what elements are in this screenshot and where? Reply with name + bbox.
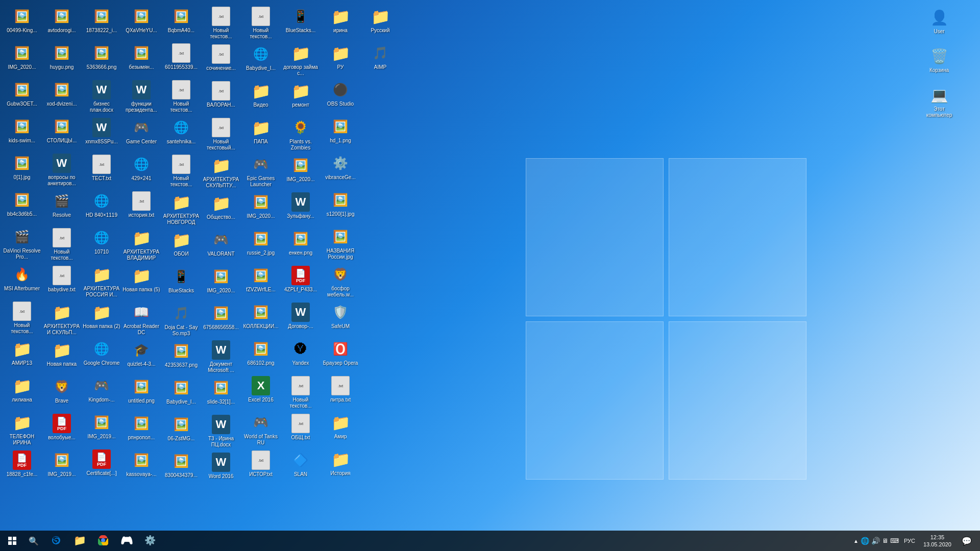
desktop-icon-6011955339[interactable]: .txt6011955339... <box>161 41 201 78</box>
desktop-icon-arhitektura-vladimir[interactable]: 📁АРХИТЕКТУРА ВЛАДИМИР <box>121 226 161 263</box>
desktop-icon-babydive-txt[interactable]: .txtbabydive.txt <box>42 263 82 300</box>
notification-center-button[interactable]: 💬 <box>958 531 976 551</box>
taskbar-edge-icon[interactable] <box>45 531 67 550</box>
desktop-icon-video[interactable]: 📁Видео <box>241 79 281 115</box>
desktop-icon-msi-afterburner[interactable]: 🔥MSI Afterburner <box>2 262 42 299</box>
desktop-icon-obschestvo[interactable]: 📁Общество... <box>201 191 241 228</box>
desktop-icon-santehnika[interactable]: 🌐santehnika... <box>161 115 201 152</box>
desktop-icon-xod-dvizeni[interactable]: 🖼️xod-dvizeni... <box>42 78 82 114</box>
desktop-icon-aimp[interactable]: 🎵AIMP <box>360 41 400 78</box>
system-clock[interactable]: 12:35 13.05.2020 <box>920 534 954 548</box>
desktop-icon-oboi[interactable]: 📁ОБОИ <box>161 228 201 264</box>
desktop-icon-babydive-img[interactable]: 🖼️Babydive_I... <box>161 375 201 412</box>
taskbar-chrome-icon[interactable] <box>92 531 114 550</box>
search-button[interactable]: 🔍 <box>24 531 43 551</box>
desktop-icon-certificate[interactable]: 📄PDFCertificate[...] <box>82 447 121 484</box>
desktop-icon-doja-cat[interactable]: 🎵Doja Cat - Say So.mp3 <box>161 301 201 339</box>
desktop-icon-word-2016[interactable]: WWord 2016 <box>201 450 241 487</box>
desktop-icon-russkiy-folder[interactable]: 📁Русский <box>360 4 400 41</box>
desktop-icon-bb4c3d6b[interactable]: 🖼️bb4c3d6b5... <box>2 188 42 224</box>
desktop-icon-korzina[interactable]: 🗑️Корзина <box>919 44 960 81</box>
desktop-icon-novaya-papka[interactable]: 📁Новая папка <box>42 338 82 374</box>
desktop-icon-amir-folder[interactable]: 📁Амир <box>321 410 360 447</box>
monitor-icon[interactable]: 🖥 <box>882 537 888 544</box>
network-icon[interactable]: 🌐 <box>861 537 869 545</box>
desktop-icon-valorant-txt[interactable]: .txtВАЛОРАН... <box>201 79 241 115</box>
desktop-icon-istoriya-folder[interactable]: 📁История <box>321 447 360 484</box>
desktop-icon-t3-irina[interactable]: WТ3 - Ирина ПЦ.docx <box>201 412 241 450</box>
desktop-icon-enken[interactable]: 🖼️енкен.png <box>281 227 321 263</box>
desktop-icon-18828-c1fe[interactable]: 📄PDF18828_c1fe... <box>2 448 42 485</box>
desktop-icon-18738222[interactable]: 🖼️18738222_i... <box>82 4 121 41</box>
desktop-icon-test-txt[interactable]: .txtТЕСТ.txt <box>82 152 121 189</box>
desktop-icon-plants-zombies[interactable]: 🌻Plants vs. Zombies <box>281 115 321 153</box>
desktop-icon-10710[interactable]: 🌐10710 <box>82 226 121 262</box>
desktop-icon-bqbma40[interactable]: 🖼️BqbmA40... <box>161 4 201 41</box>
desktop-icon-yandex[interactable]: 🅨Yandex <box>281 337 321 373</box>
desktop-icon-avtodorogi[interactable]: 🖼️avtodorogi... <box>42 4 82 41</box>
desktop-icon-stolici[interactable]: 🖼️СТОЛИЦЫ... <box>42 114 82 151</box>
desktop-icon-brave[interactable]: 🦁Brave <box>42 374 82 411</box>
desktop-icon-volobuye[interactable]: 📄PDFволобуые... <box>42 411 82 448</box>
desktop-icon-kids-swim[interactable]: 🖼️kids-swim... <box>2 114 42 151</box>
desktop-icon-huygu[interactable]: 🖼️huygu.png <box>42 41 82 78</box>
desktop-icon-ru-folder[interactable]: 📁РУ <box>321 41 360 78</box>
desktop-icon-arhitektura-skulp[interactable]: 📁АРХИТЕКТУРА И СКУЛЬП... <box>42 300 82 338</box>
taskbar-steam-icon[interactable]: 🎮 <box>115 531 138 550</box>
desktop-icon-safeup[interactable]: 🛡️SafeUM <box>321 300 360 337</box>
desktop-icon-zulfanu[interactable]: WЗульфану... <box>281 190 321 227</box>
desktop-icon-img2020-2[interactable]: 🖼️IMG_2020... <box>201 264 241 301</box>
desktop-icon-untitled[interactable]: 🖼️untitled.png <box>121 374 161 411</box>
desktop-icon-noviy-txt1[interactable]: .txtНовый текстов... <box>2 299 42 337</box>
desktop-icon-bluestacks[interactable]: 📱BlueStacks <box>161 264 201 301</box>
desktop-icon-game-center[interactable]: 🎮Game Center <box>121 115 161 152</box>
desktop-icon-arhitektura-sculp[interactable]: 📁АРХИТЕКТУРА СКУЛЬПТУ... <box>201 153 241 191</box>
desktop-icon-img2020-3[interactable]: 🖼️IMG_2020... <box>241 190 281 227</box>
desktop-icon-noviy-txt8[interactable]: .txtНовый текстов... <box>281 373 321 411</box>
desktop-icon-epic-games[interactable]: 🎮Epic Games Launcher <box>241 152 281 190</box>
desktop-icon-dogovor[interactable]: WДоговор-... <box>281 300 321 337</box>
desktop-icon-novaya-papka-5[interactable]: 📁Новая папка (5) <box>121 263 161 300</box>
desktop-icon-russie-2[interactable]: 🖼️russie_2.jpg <box>241 227 281 263</box>
desktop-icon-valorant[interactable]: 🎮VALORANT <box>201 228 241 264</box>
desktop-icon-slide-32[interactable]: 🖼️slide-32[1]... <box>201 375 241 412</box>
desktop-icon-obs-studio[interactable]: ⚫OBS Studio <box>321 78 360 114</box>
desktop-icon-noviy-txt7[interactable]: .txtНовый текстов... <box>241 4 281 42</box>
desktop-icon-voprosi[interactable]: Wвопросы по анкетиров... <box>42 151 82 189</box>
desktop-icon-excel-2016[interactable]: XExcel 2016 <box>241 373 281 410</box>
desktop-icon-bezimyanniy[interactable]: 🖼️безымян... <box>121 41 161 78</box>
desktop-icon-kassovaya[interactable]: 🖼️kassovaya-... <box>121 448 161 485</box>
desktop-icon-686102[interactable]: 🖼️686102.png <box>241 337 281 373</box>
desktop-icon-telefon-irina[interactable]: 📁ТЕЛЕФОН ИРИНА <box>2 410 42 448</box>
desktop-icon-qxavheyu[interactable]: 🖼️QXaVHeYU... <box>121 4 161 41</box>
desktop-icon-arhitektura-rossiya[interactable]: 📁АРХИТЕКТУРА РОССИЯ И... <box>82 262 121 300</box>
desktop-icon-hd1[interactable]: 🖼️hd_1.png <box>321 114 360 151</box>
input-language[interactable]: РУС <box>902 538 917 544</box>
desktop-icon-xnmx8sspu[interactable]: Wxnmx8SSPu... <box>82 115 121 152</box>
desktop-icon-resolve[interactable]: 🎬Resolve <box>42 189 82 226</box>
desktop-icon-liliana[interactable]: 📁лилиана <box>2 373 42 410</box>
desktop-icon-img2020-1[interactable]: 🖼️IMG_2020... <box>2 41 42 78</box>
desktop-icon-istor-txt[interactable]: .txtИСТОР.txt <box>241 448 281 485</box>
desktop-icon-world-of-tanks[interactable]: 🎮World of Tanks RU <box>241 410 281 448</box>
desktop-icon-istoriya-txt[interactable]: .txtистория.txt <box>121 189 161 226</box>
desktop-icon-hd840[interactable]: 🌐HD 840×1119 <box>82 189 121 226</box>
desktop-icon-davinci[interactable]: 🎬DaVinci Resolve Pro... <box>2 224 42 262</box>
desktop-icon-noviy-txt6[interactable]: .txtНовый текстовый... <box>201 115 241 153</box>
desktop-icon-quizlet[interactable]: 🎓quizlet-4-3... <box>121 338 161 374</box>
desktop-icon-funkcii-prezidenta[interactable]: Wфункции президента... <box>121 78 161 115</box>
desktop-icon-gubw3oet[interactable]: 🖼️Gubw3OET... <box>2 78 42 114</box>
desktop-icon-brauzer-opera[interactable]: 🅾️Браузер Opera <box>321 337 360 373</box>
desktop-icon-amir13[interactable]: 📁АМИР13 <box>2 337 42 373</box>
desktop-icon-noviy-txt2[interactable]: .txtНовый текстов... <box>42 226 82 263</box>
desktop-icon-slan[interactable]: 🔷SLAN <box>281 448 321 485</box>
desktop-icon-papa[interactable]: 📁ПАПА <box>241 115 281 152</box>
desktop-icon-babydive-img2[interactable]: 🌐Babydive_I... <box>241 42 281 79</box>
desktop-icon-429x241[interactable]: 🌐429×241 <box>121 152 161 189</box>
desktop-icon-67568656[interactable]: 🖼️67568656558... <box>201 301 241 338</box>
keyboard-icon[interactable]: ⌨ <box>890 537 899 544</box>
desktop-icon-img2019-2[interactable]: 🖼️IMG_2019... <box>82 410 121 447</box>
desktop-icon-00499-king[interactable]: 🖼️00499-King... <box>2 4 42 41</box>
desktop-icon-fzvzwrle[interactable]: 🖼️fZVZWrfLE... <box>241 263 281 300</box>
taskbar-explorer-icon[interactable]: 📁 <box>68 531 91 550</box>
